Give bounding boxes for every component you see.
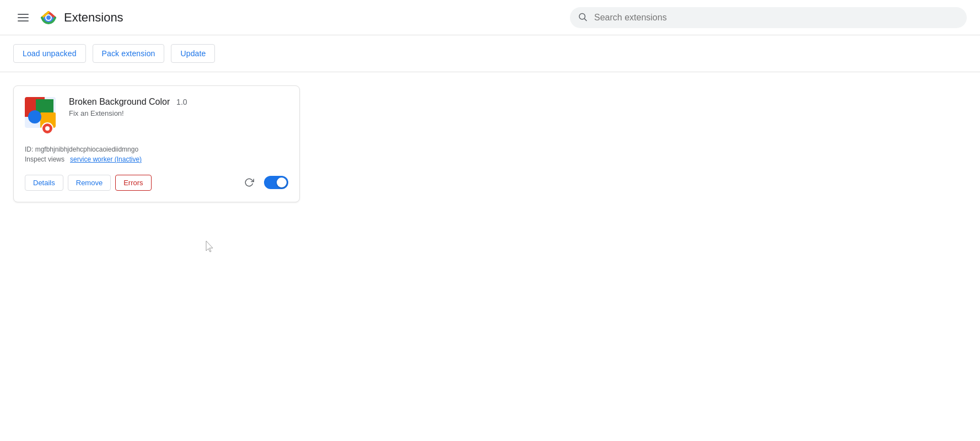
chrome-logo	[40, 9, 57, 26]
extension-version: 1.0	[176, 98, 187, 106]
extension-inspect: Inspect views service worker (Inactive)	[25, 155, 288, 163]
inspect-label: Inspect views	[25, 155, 64, 163]
search-input[interactable]	[570, 7, 967, 28]
header: Extensions	[0, 0, 980, 35]
extension-actions: Details Remove Errors	[25, 174, 288, 191]
extension-card: Broken Background Color 1.0 Fix an Exten…	[13, 85, 300, 202]
extension-name-line: Broken Background Color 1.0	[69, 97, 288, 107]
remove-button[interactable]: Remove	[68, 175, 111, 191]
load-unpacked-button[interactable]: Load unpacked	[13, 44, 86, 63]
header-left: Extensions	[13, 9, 123, 26]
extension-toggle[interactable]	[264, 176, 288, 189]
extension-description: Fix an Extension!	[69, 109, 288, 117]
reload-button[interactable]	[241, 174, 257, 191]
extension-id: ID: mgfbhjnibhjdehcphiocaoiediidmngo	[25, 146, 288, 153]
extension-header: Broken Background Color 1.0 Fix an Exten…	[25, 97, 288, 132]
service-worker-link[interactable]: service worker (Inactive)	[70, 155, 142, 163]
pack-extension-button[interactable]: Pack extension	[93, 44, 165, 63]
menu-icon[interactable]	[13, 9, 33, 26]
extension-meta: ID: mgfbhjnibhjdehcphiocaoiediidmngo Ins…	[25, 146, 288, 163]
errors-button[interactable]: Errors	[115, 175, 151, 191]
toolbar: Load unpacked Pack extension Update	[0, 35, 980, 72]
extension-name: Broken Background Color	[69, 97, 170, 106]
extension-icon	[25, 97, 60, 132]
search-bar	[570, 7, 967, 28]
page-title: Extensions	[64, 10, 123, 25]
toggle-slider	[264, 176, 288, 189]
details-button[interactable]: Details	[25, 175, 63, 191]
update-button[interactable]: Update	[171, 44, 215, 63]
extension-badge-icon	[41, 122, 53, 135]
svg-point-2	[46, 15, 51, 20]
main-content: Broken Background Color 1.0 Fix an Exten…	[0, 72, 980, 216]
extension-name-wrap: Broken Background Color 1.0 Fix an Exten…	[69, 97, 288, 117]
